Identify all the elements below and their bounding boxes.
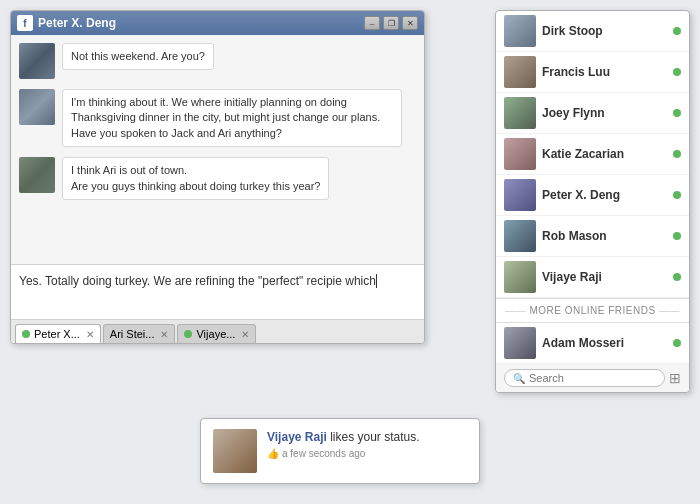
avatar	[504, 138, 536, 170]
chat-title: Peter X. Deng	[38, 16, 116, 30]
friend-item-adam[interactable]: Adam Mosseri	[496, 323, 689, 364]
close-button[interactable]: ✕	[402, 16, 418, 30]
avatar	[504, 15, 536, 47]
avatar	[504, 327, 536, 359]
chat-input[interactable]: Yes. Totally doing turkey. We are refini…	[11, 265, 424, 320]
online-indicator	[673, 109, 681, 117]
message-row: I think Ari is out of town.Are you guys …	[19, 157, 416, 200]
chat-window: f Peter X. Deng – ❐ ✕ Not this weekend. …	[10, 10, 425, 344]
search-input[interactable]	[529, 372, 656, 384]
chat-tab-ari[interactable]: Ari Stei... ✕	[103, 324, 176, 343]
titlebar-left: f Peter X. Deng	[17, 15, 116, 31]
chat-tabs: Peter X... ✕ Ari Stei... ✕ Vijaye... ✕	[11, 320, 424, 343]
avatar	[504, 56, 536, 88]
friends-panel: Dirk Stoop Francis Luu Joey Flynn Katie …	[495, 10, 690, 393]
avatar	[504, 97, 536, 129]
notif-time: 👍 a few seconds ago	[267, 448, 467, 459]
avatar	[19, 89, 55, 125]
message-bubble: I'm thinking about it. We where initiall…	[62, 89, 402, 147]
avatar	[504, 179, 536, 211]
friend-item-peter[interactable]: Peter X. Deng	[496, 175, 689, 216]
online-indicator	[673, 68, 681, 76]
avatar	[19, 157, 55, 193]
chat-messages: Not this weekend. Are you? I'm thinking …	[11, 35, 424, 265]
message-bubble: Not this weekend. Are you?	[62, 43, 214, 70]
friend-item-francis[interactable]: Francis Luu	[496, 52, 689, 93]
friends-search-bar: 🔍 ⊞	[496, 364, 689, 392]
friend-item-rob[interactable]: Rob Mason	[496, 216, 689, 257]
online-indicator	[673, 232, 681, 240]
avatar	[504, 261, 536, 293]
online-dot	[184, 330, 192, 338]
notif-avatar	[213, 429, 257, 473]
chat-icon: f	[17, 15, 33, 31]
search-wrap: 🔍	[504, 369, 665, 387]
avatar	[19, 43, 55, 79]
chat-titlebar: f Peter X. Deng – ❐ ✕	[11, 11, 424, 35]
friend-item-joey[interactable]: Joey Flynn	[496, 93, 689, 134]
chat-tab-peter[interactable]: Peter X... ✕	[15, 324, 101, 343]
tab-close-peter[interactable]: ✕	[86, 329, 94, 340]
friend-item-katie[interactable]: Katie Zacarian	[496, 134, 689, 175]
tab-close-vijaye[interactable]: ✕	[241, 329, 249, 340]
online-indicator	[673, 27, 681, 35]
friend-item-dirk[interactable]: Dirk Stoop	[496, 11, 689, 52]
search-icon: 🔍	[513, 373, 525, 384]
tab-close-ari[interactable]: ✕	[160, 329, 168, 340]
message-row: I'm thinking about it. We where initiall…	[19, 89, 416, 147]
titlebar-controls: – ❐ ✕	[364, 16, 418, 30]
avatar	[504, 220, 536, 252]
notif-content: Vijaye Raji likes your status. 👍 a few s…	[267, 429, 467, 459]
friend-item-vijaye[interactable]: Vijaye Raji	[496, 257, 689, 298]
notification-popup: Vijaye Raji likes your status. 👍 a few s…	[200, 418, 480, 484]
more-online-label: MORE ONLINE FRIENDS	[496, 298, 689, 323]
online-indicator	[673, 273, 681, 281]
online-dot	[22, 330, 30, 338]
restore-button[interactable]: ❐	[383, 16, 399, 30]
layout-icon[interactable]: ⊞	[669, 370, 681, 386]
message-bubble: I think Ari is out of town.Are you guys …	[62, 157, 329, 200]
chat-tab-vijaye[interactable]: Vijaye... ✕	[177, 324, 256, 343]
online-indicator	[673, 191, 681, 199]
minimize-button[interactable]: –	[364, 16, 380, 30]
message-row: Not this weekend. Are you?	[19, 43, 416, 79]
online-indicator	[673, 339, 681, 347]
online-indicator	[673, 150, 681, 158]
notif-text: Vijaye Raji likes your status.	[267, 429, 467, 446]
